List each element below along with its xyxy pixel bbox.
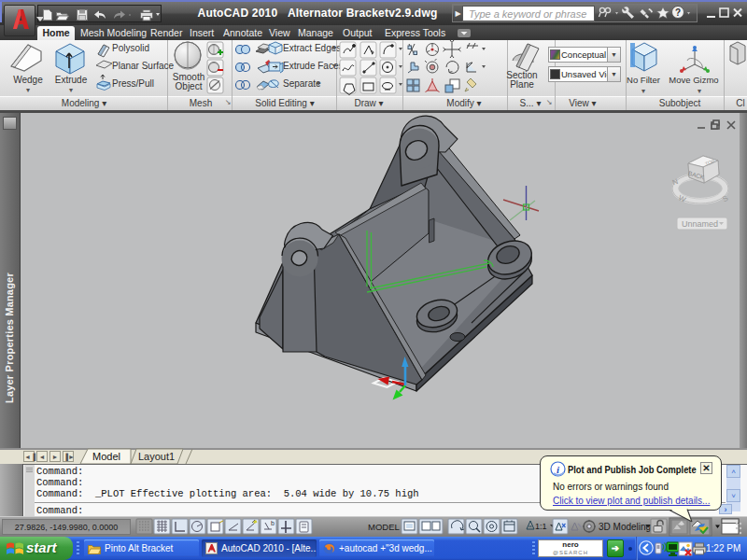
svg-text:Model: Model (92, 451, 120, 462)
svg-text:?: ? (675, 7, 681, 18)
svg-text:Unnamed: Unnamed (682, 219, 718, 229)
svg-text:MODEL: MODEL (368, 522, 400, 532)
svg-text:b: b (271, 520, 275, 526)
svg-text:S: S (721, 194, 729, 203)
svg-text:3D Modeling: 3D Modeling (599, 522, 651, 532)
svg-text:1:1: 1:1 (535, 522, 547, 531)
svg-text:Layout1: Layout1 (138, 451, 175, 462)
